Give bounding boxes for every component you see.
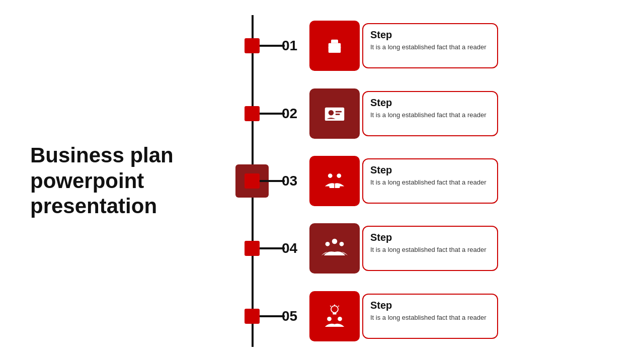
left-panel: Business plan powerpoint presentation [0, 143, 211, 219]
svg-point-11 [326, 242, 330, 246]
step-row: 04 Step It is a long established fact th… [211, 218, 644, 279]
slide: Business plan powerpoint presentation 01 [0, 0, 644, 362]
svg-point-15 [331, 306, 338, 313]
h-connector-1 [260, 45, 285, 47]
svg-rect-4 [336, 111, 342, 112]
node-square-1 [245, 38, 260, 53]
card-title-1: Step [370, 29, 490, 41]
step-number-2: 02 [282, 106, 297, 122]
icon-box-5 [309, 291, 360, 341]
svg-point-13 [327, 317, 332, 321]
card-desc-2: It is a long established fact that a rea… [370, 111, 490, 120]
step-number-5: 05 [282, 308, 297, 324]
main-title: Business plan powerpoint presentation [30, 143, 211, 219]
icon-box-3 [309, 156, 360, 206]
briefcase-icon [320, 32, 349, 60]
card-desc-4: It is a long established fact that a rea… [370, 245, 490, 254]
text-card-4: Step It is a long established fact that … [362, 226, 498, 271]
h-connector-4 [260, 247, 285, 249]
node-square-3 [245, 173, 260, 189]
h-connector-3 [260, 180, 285, 182]
node-square-5 [245, 309, 260, 324]
step-number-1: 01 [282, 38, 297, 54]
idea-team-icon [320, 302, 349, 330]
card-title-5: Step [370, 300, 490, 311]
icon-box-4 [309, 223, 360, 274]
text-card-5: Step It is a long established fact that … [362, 294, 498, 339]
card-desc-1: It is a long established fact that a rea… [370, 43, 490, 52]
svg-point-10 [332, 239, 338, 244]
step-number-4: 04 [282, 240, 297, 256]
text-card-3: Step It is a long established fact that … [362, 158, 498, 204]
right-panel: 01 Step It is a long established fact th… [211, 0, 644, 362]
icon-box-2 [309, 88, 360, 139]
card-title-4: Step [370, 232, 490, 243]
step-row: 03 Step It is a long established fact th… [211, 151, 644, 211]
step-row: 01 Step It is a long established fact th… [211, 16, 644, 76]
node-square-4 [245, 241, 260, 256]
steps-container: 01 Step It is a long established fact th… [211, 0, 644, 362]
step-number-3: 03 [282, 173, 297, 189]
card-title-2: Step [370, 97, 490, 109]
svg-rect-5 [336, 114, 340, 115]
step-row: 05 Step [211, 286, 644, 346]
text-card-1: Step It is a long established fact that … [362, 23, 498, 68]
card-desc-3: It is a long established fact that a rea… [370, 178, 490, 187]
card-desc-5: It is a long established fact that a rea… [370, 313, 490, 322]
id-card-icon [320, 100, 349, 128]
svg-point-7 [337, 173, 341, 178]
svg-line-17 [338, 306, 339, 307]
icon-box-1 [309, 21, 360, 71]
step-row: 02 Step It is a long established fact th… [211, 83, 644, 144]
card-title-3: Step [370, 164, 490, 176]
meeting-icon [320, 167, 349, 195]
h-connector-2 [260, 113, 285, 115]
h-connector-5 [260, 315, 285, 317]
text-card-2: Step It is a long established fact that … [362, 91, 498, 136]
node-square-2 [245, 106, 260, 121]
svg-line-18 [330, 306, 331, 307]
svg-point-6 [328, 173, 333, 178]
svg-point-14 [338, 317, 342, 321]
team-icon [320, 234, 349, 262]
svg-point-12 [340, 242, 344, 246]
svg-point-3 [329, 110, 334, 116]
